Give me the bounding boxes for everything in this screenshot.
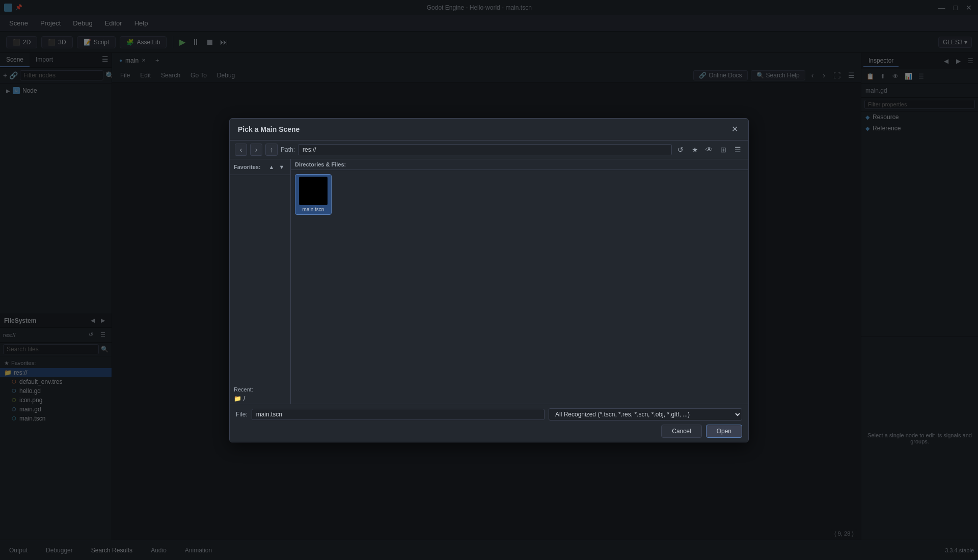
- favorites-header: Favorites: ▲ ▼: [230, 159, 290, 175]
- files-area: main.tscn: [291, 170, 748, 404]
- dialog-footer: File: All Recognized (*.tscn, *.res, *.s…: [230, 404, 748, 442]
- file-thumb-label: main.tscn: [303, 207, 324, 212]
- add-favorite-button[interactable]: ▲: [267, 162, 276, 172]
- dirs-files-header: Directories & Files:: [291, 159, 748, 170]
- recent-path: /: [243, 395, 245, 402]
- recent-item-root[interactable]: 📁 /: [230, 394, 290, 404]
- file-name-input[interactable]: [252, 409, 545, 420]
- dialog-nav: ‹ › ↑ Path: ↺ ★ 👁 ⊞ ☰: [230, 141, 748, 159]
- dialog-overlay: Pick a Main Scene ✕ ‹ › ↑ Path: ↺ ★ 👁 ⊞ …: [0, 0, 978, 560]
- file-input-row: File: All Recognized (*.tscn, *.res, *.s…: [236, 408, 742, 421]
- dialog-list-view-button[interactable]: ☰: [732, 144, 743, 155]
- favorites-area: [230, 175, 290, 383]
- remove-favorite-button[interactable]: ▼: [277, 162, 286, 172]
- path-input[interactable]: [298, 144, 672, 155]
- dialog-close-button[interactable]: ✕: [729, 124, 740, 135]
- pick-scene-dialog: Pick a Main Scene ✕ ‹ › ↑ Path: ↺ ★ 👁 ⊞ …: [229, 118, 749, 442]
- dialog-up-button[interactable]: ↑: [265, 144, 278, 156]
- dialog-buttons: Cancel Open: [236, 425, 742, 438]
- cancel-button[interactable]: Cancel: [661, 425, 701, 438]
- path-label: Path:: [281, 146, 295, 153]
- dialog-grid-view-button[interactable]: ⊞: [718, 144, 729, 155]
- dialog-back-button[interactable]: ‹: [235, 144, 247, 156]
- dialog-right-panel: Directories & Files: main.tscn: [291, 159, 748, 404]
- open-button[interactable]: Open: [706, 425, 742, 438]
- dialog-forward-button[interactable]: ›: [250, 144, 262, 156]
- dialog-header: Pick a Main Scene ✕: [230, 119, 748, 141]
- file-label: File:: [236, 411, 248, 418]
- dialog-left-panel: Favorites: ▲ ▼ Recent: 📁 /: [230, 159, 291, 404]
- dialog-refresh-button[interactable]: ↺: [675, 144, 686, 155]
- dialog-toggle-hidden-button[interactable]: 👁: [703, 144, 715, 155]
- folder-icon: 📁: [234, 395, 241, 402]
- dialog-bookmark-button[interactable]: ★: [689, 144, 700, 155]
- file-type-select[interactable]: All Recognized (*.tscn, *.res, *.scn, *.…: [549, 408, 742, 421]
- dialog-title: Pick a Main Scene: [238, 125, 300, 133]
- file-thumbnail: [299, 177, 328, 205]
- file-thumb-main-tscn[interactable]: main.tscn: [295, 174, 332, 215]
- dialog-body: Favorites: ▲ ▼ Recent: 📁 / Directories: [230, 159, 748, 404]
- recent-header: Recent:: [230, 383, 290, 394]
